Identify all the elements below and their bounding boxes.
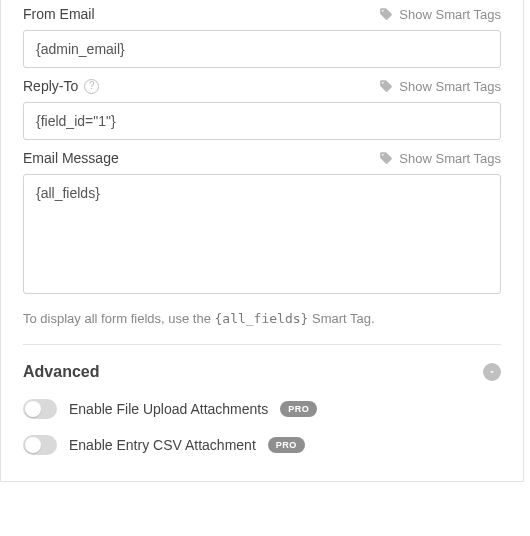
entry-csv-attachment-row: Enable Entry CSV Attachment PRO [23,435,501,455]
file-upload-label: Enable File Upload Attachments [69,401,268,417]
entry-csv-label: Enable Entry CSV Attachment [69,437,256,453]
tag-icon [379,7,393,21]
fields-hint: To display all form fields, use the {all… [23,311,501,326]
smart-tags-label: Show Smart Tags [399,79,501,94]
from-email-input[interactable] [23,30,501,68]
label-wrap: Email Message [23,150,119,166]
show-smart-tags-message[interactable]: Show Smart Tags [379,151,501,166]
hint-post: Smart Tag. [308,311,374,326]
tag-icon [379,79,393,93]
pro-badge: PRO [268,437,305,453]
show-smart-tags-from-email[interactable]: Show Smart Tags [379,7,501,22]
file-upload-attachments-row: Enable File Upload Attachments PRO [23,399,501,419]
advanced-section-header: Advanced [23,363,501,381]
hint-pre: To display all form fields, use the [23,311,214,326]
field-header: From Email Show Smart Tags [23,6,501,22]
entry-csv-toggle[interactable] [23,435,57,455]
advanced-title: Advanced [23,363,99,381]
email-message-textarea[interactable] [23,174,501,294]
email-message-field: Email Message Show Smart Tags [23,150,501,297]
field-header: Email Message Show Smart Tags [23,150,501,166]
field-header: Reply-To ? Show Smart Tags [23,78,501,94]
label-wrap: From Email [23,6,95,22]
reply-to-field: Reply-To ? Show Smart Tags [23,78,501,140]
smart-tags-label: Show Smart Tags [399,7,501,22]
section-divider [23,344,501,345]
show-smart-tags-reply-to[interactable]: Show Smart Tags [379,79,501,94]
from-email-label: From Email [23,6,95,22]
smart-tags-label: Show Smart Tags [399,151,501,166]
help-icon[interactable]: ? [84,79,99,94]
notification-settings-panel: From Email Show Smart Tags Reply-To ? Sh… [0,0,524,482]
from-email-field: From Email Show Smart Tags [23,6,501,68]
label-wrap: Reply-To ? [23,78,99,94]
email-message-label: Email Message [23,150,119,166]
reply-to-input[interactable] [23,102,501,140]
reply-to-label: Reply-To [23,78,78,94]
tag-icon [379,151,393,165]
hint-tag: {all_fields} [214,311,308,326]
chevron-down-icon[interactable] [483,363,501,381]
file-upload-toggle[interactable] [23,399,57,419]
pro-badge: PRO [280,401,317,417]
